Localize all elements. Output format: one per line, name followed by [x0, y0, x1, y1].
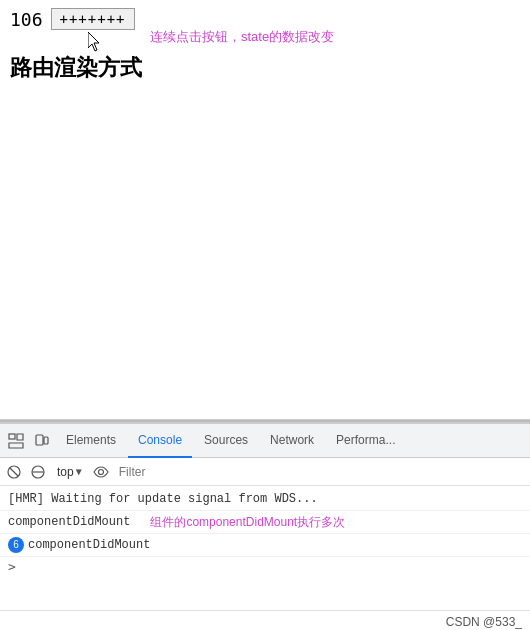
console-line-mount2: 6 componentDidMount: [0, 534, 530, 557]
mount1-text: componentDidMount: [8, 513, 130, 531]
svg-rect-2: [44, 437, 48, 444]
svg-line-4: [10, 468, 18, 476]
svg-rect-0: [9, 434, 15, 439]
mouse-cursor-icon: [88, 32, 102, 56]
svg-rect-1: [36, 435, 43, 445]
console-line-hmr: [HMR] Waiting for update signal from WDS…: [0, 488, 530, 511]
console-toolbar: top ▼: [0, 458, 530, 486]
devtools-panel: Elements Console Sources Network Perform…: [0, 422, 530, 630]
context-label: top: [57, 465, 74, 479]
top-annotation: 连续点击按钮，state的数据改变: [150, 28, 334, 46]
tab-performance[interactable]: Performa...: [326, 424, 405, 458]
attribution-text: CSDN @533_: [446, 615, 522, 629]
inspect-element-icon[interactable]: [4, 429, 28, 453]
mount1-annotation: 组件的componentDidMount执行多次: [150, 513, 345, 531]
page-title: 路由渲染方式: [0, 38, 530, 93]
devtools-tab-bar: Elements Console Sources Network Perform…: [0, 424, 530, 458]
counter-value: 106: [10, 9, 43, 30]
eye-icon[interactable]: [91, 462, 111, 482]
clear-console-icon[interactable]: [4, 462, 24, 482]
context-selector[interactable]: top ▼: [52, 463, 87, 481]
browser-content: 106 +++++++ 连续点击按钮，state的数据改变 路由渲染方式: [0, 0, 530, 420]
bottom-attribution-bar: CSDN @533_: [0, 610, 530, 630]
console-prompt[interactable]: >: [0, 557, 530, 576]
console-line-mount1: componentDidMount 组件的componentDidMount执行…: [0, 511, 530, 534]
tab-elements[interactable]: Elements: [56, 424, 126, 458]
block-icon[interactable]: [28, 462, 48, 482]
console-output: [HMR] Waiting for update signal from WDS…: [0, 486, 530, 610]
tab-sources[interactable]: Sources: [194, 424, 258, 458]
filter-input[interactable]: [115, 465, 526, 479]
increment-button[interactable]: +++++++: [51, 8, 135, 30]
device-toolbar-icon[interactable]: [30, 429, 54, 453]
mount2-text: componentDidMount: [28, 536, 150, 554]
svg-point-7: [98, 469, 103, 474]
console-badge: 6: [8, 537, 24, 553]
tab-network[interactable]: Network: [260, 424, 324, 458]
hmr-text: [HMR] Waiting for update signal from WDS…: [8, 490, 318, 508]
context-dropdown-arrow: ▼: [76, 466, 82, 477]
tab-console[interactable]: Console: [128, 424, 192, 458]
